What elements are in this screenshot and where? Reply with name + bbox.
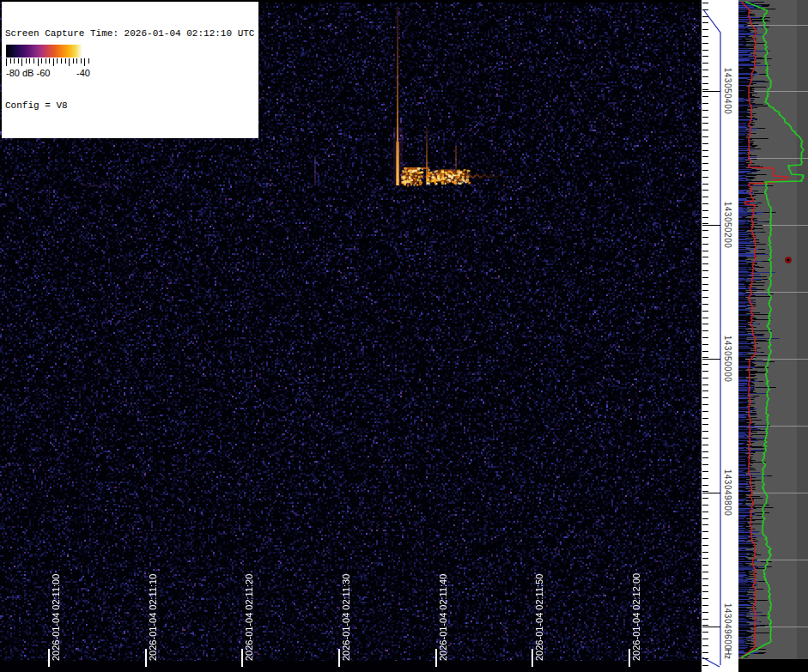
freq-major-tick — [702, 627, 720, 627]
freq-minor-tick — [702, 297, 708, 298]
colorbar-tick — [69, 58, 70, 66]
freq-minor-tick — [702, 411, 708, 412]
freq-minor-tick — [702, 304, 708, 305]
freq-minor-tick — [702, 143, 708, 144]
colorbar-tick — [29, 58, 30, 64]
freq-minor-tick — [702, 558, 708, 559]
freq-minor-tick — [702, 56, 708, 57]
freq-minor-tick — [702, 619, 708, 620]
frequency-unit-label: Hz — [723, 649, 732, 659]
freq-minor-tick — [702, 70, 708, 70]
colorbar-tick — [53, 58, 54, 66]
freq-minor-tick — [702, 22, 708, 23]
freq-minor-tick — [702, 50, 708, 51]
colorbar-tick — [41, 58, 42, 64]
freq-minor-tick — [702, 217, 708, 218]
colorbar-tick — [73, 58, 74, 64]
freq-minor-tick — [702, 123, 708, 124]
freq-minor-tick — [702, 625, 708, 626]
colorbar-tick — [14, 58, 15, 64]
freq-minor-tick — [702, 431, 708, 432]
freq-minor-tick — [702, 270, 708, 271]
freq-minor-tick — [702, 645, 708, 646]
freq-minor-tick — [702, 251, 708, 251]
freq-minor-tick — [702, 591, 708, 592]
spectrum-capture-screen: Hz 1430504001430502001430500001430498001… — [0, 0, 808, 672]
freq-minor-tick — [702, 538, 708, 539]
colorbar-tick — [46, 58, 46, 64]
colorbar-tick — [81, 58, 82, 64]
intensity-colorbar: -80 dB -60 -40 — [5, 44, 92, 82]
freq-minor-tick — [702, 324, 708, 324]
freq-minor-tick — [702, 244, 708, 245]
freq-minor-tick — [702, 203, 708, 204]
freq-minor-tick — [702, 578, 708, 579]
colorbar-tick — [57, 58, 58, 64]
freq-tick-label: 143049800 — [723, 469, 732, 517]
freq-minor-tick — [702, 29, 708, 30]
freq-minor-tick — [702, 96, 708, 97]
colorbar-tick — [18, 58, 19, 64]
freq-major-tick — [702, 359, 720, 360]
colorbar-tick — [65, 58, 66, 64]
freq-minor-tick — [702, 457, 708, 458]
freq-minor-tick — [702, 89, 708, 90]
colorbar-labels: -80 dB -60 -40 — [6, 68, 90, 78]
freq-minor-tick — [702, 445, 708, 445]
freq-minor-tick — [702, 572, 708, 572]
freq-minor-tick — [702, 263, 708, 264]
freq-minor-tick — [702, 103, 708, 104]
freq-minor-tick — [702, 351, 708, 352]
freq-minor-tick — [702, 318, 708, 318]
freq-minor-tick — [702, 337, 708, 338]
colorbar-gradient — [6, 45, 89, 58]
freq-minor-tick — [702, 491, 708, 492]
freq-minor-tick — [702, 552, 708, 553]
capture-time-text: Screen Capture Time: 2026-01-04 02:12:10… — [5, 27, 254, 39]
freq-minor-tick — [702, 464, 708, 465]
freq-minor-tick — [702, 156, 708, 157]
colorbar-tick — [26, 58, 27, 64]
freq-minor-tick — [702, 110, 708, 111]
freq-minor-tick — [702, 438, 708, 439]
freq-minor-tick — [702, 330, 708, 331]
freq-minor-tick — [702, 311, 708, 312]
freq-minor-tick — [702, 344, 708, 345]
freq-minor-tick — [702, 130, 708, 130]
freq-minor-tick — [702, 632, 708, 633]
freq-minor-tick — [702, 485, 708, 486]
freq-minor-tick — [702, 384, 708, 385]
freq-minor-tick — [702, 531, 708, 532]
freq-tick-label: 143049600 — [723, 603, 732, 651]
colorbar-tick — [10, 58, 11, 64]
freq-minor-tick — [702, 371, 708, 372]
freq-minor-tick — [702, 451, 708, 452]
freq-minor-tick — [702, 43, 708, 44]
freq-minor-tick — [702, 230, 708, 231]
colorbar-tick — [38, 58, 39, 66]
freq-minor-tick — [702, 639, 708, 639]
colorbar-label-left: -80 dB -60 — [6, 68, 50, 78]
freq-major-tick — [702, 91, 720, 92]
freq-minor-tick — [702, 424, 708, 425]
freq-minor-tick — [702, 136, 708, 137]
freq-minor-tick — [702, 612, 708, 613]
config-text: Config = V8 — [5, 100, 254, 112]
freq-minor-tick — [702, 76, 708, 77]
freq-minor-tick — [702, 471, 708, 472]
colorbar-tick — [76, 58, 77, 64]
freq-minor-tick — [702, 170, 708, 171]
freq-tick-label: 143050400 — [723, 68, 732, 115]
freq-minor-tick — [702, 237, 708, 238]
freq-tick-label: 143050000 — [723, 336, 732, 383]
freq-minor-tick — [702, 512, 708, 512]
colorbar-tick — [6, 58, 7, 66]
freq-minor-tick — [702, 16, 708, 17]
freq-minor-tick — [702, 524, 708, 525]
freq-minor-tick — [702, 397, 708, 398]
colorbar-label-right: -40 — [76, 68, 90, 78]
freq-tick-label: 143050200 — [723, 202, 732, 249]
freq-minor-tick — [702, 36, 708, 37]
freq-minor-tick — [702, 357, 708, 358]
freq-minor-tick — [702, 150, 708, 151]
